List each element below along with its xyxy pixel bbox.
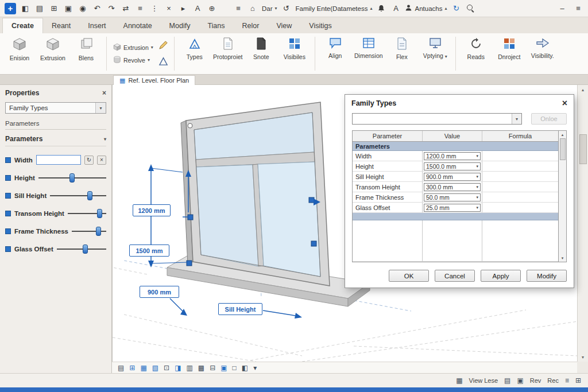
tab-create[interactable]: Create bbox=[2, 18, 43, 33]
apply-button[interactable]: Apply bbox=[481, 270, 521, 282]
width-input[interactable] bbox=[36, 155, 81, 165]
tool-extrusion[interactable]: Extrusion bbox=[37, 35, 69, 72]
tool-enision[interactable]: Enision bbox=[3, 35, 36, 72]
account-menu[interactable]: Antuachs ▴ bbox=[405, 4, 447, 13]
worksharing-icon[interactable]: ◧ bbox=[242, 364, 248, 372]
menu-icon[interactable]: ≡ bbox=[565, 377, 569, 385]
tool-align[interactable]: Align bbox=[319, 35, 351, 72]
lock-view-icon[interactable]: ▣ bbox=[220, 364, 227, 372]
redo-icon[interactable]: ↷ bbox=[106, 3, 117, 14]
sun-path-icon[interactable]: ▧ bbox=[152, 364, 158, 372]
formula-cell[interactable] bbox=[482, 151, 558, 161]
cancel-button[interactable]: Cancel bbox=[435, 270, 475, 282]
paint-icon[interactable]: ◧ bbox=[20, 3, 30, 14]
status-rec-label[interactable]: Rec bbox=[547, 377, 559, 384]
reveal-hidden-icon[interactable]: ⊟ bbox=[210, 364, 215, 372]
tool-vptying[interactable]: Vptying ▾ bbox=[419, 35, 451, 72]
crop-region-icon[interactable]: ▥ bbox=[187, 364, 193, 372]
cursor-icon[interactable]: ▸ bbox=[178, 3, 188, 14]
dim-label-900[interactable]: 900 mm bbox=[140, 286, 179, 298]
formula-cell[interactable] bbox=[482, 203, 558, 212]
tool-revolve-small[interactable]: Revolve ▾ bbox=[113, 56, 153, 65]
app-logo-icon[interactable]: + bbox=[5, 3, 16, 14]
bell-icon[interactable] bbox=[376, 3, 386, 14]
tool-blens[interactable]: Blens bbox=[70, 35, 102, 72]
glass-offset-value-combo[interactable]: 25.0 mm▾ bbox=[424, 204, 481, 212]
tab-insert[interactable]: Insert bbox=[79, 18, 114, 33]
glass-offset-slider[interactable] bbox=[57, 244, 106, 254]
minimize-icon[interactable]: – bbox=[557, 3, 567, 14]
tool-visibility[interactable]: Visibility. bbox=[527, 35, 559, 72]
type-name-combo[interactable]: ▾ bbox=[352, 113, 522, 125]
slider-knob[interactable] bbox=[96, 227, 101, 236]
undo-icon[interactable]: ↶ bbox=[92, 3, 102, 14]
copy-icon[interactable]: ▣ bbox=[63, 3, 74, 14]
slider-knob[interactable] bbox=[69, 173, 75, 183]
sync-icon[interactable]: ↻ bbox=[451, 3, 461, 14]
ok-button[interactable]: OK bbox=[389, 270, 429, 282]
parameters-group-row[interactable]: Parameters bbox=[353, 142, 558, 151]
dim-label-1200[interactable]: 1200 mm bbox=[133, 204, 171, 216]
canvas-vertical-scrollbar[interactable]: ▴ ▾ bbox=[577, 85, 588, 362]
transom-height-slider[interactable] bbox=[68, 209, 106, 218]
tab-relor[interactable]: Relor bbox=[234, 18, 268, 33]
slider-knob[interactable] bbox=[97, 209, 102, 218]
scrollbar-thumb[interactable] bbox=[560, 138, 566, 160]
letter-a-icon[interactable]: A bbox=[390, 3, 401, 14]
search-icon[interactable] bbox=[465, 3, 475, 14]
view-tab-ref-level-floor-plan[interactable]: ▦ Ref. Level. Floor Plan bbox=[113, 75, 195, 85]
sheet-icon[interactable]: ▤ bbox=[504, 377, 510, 385]
crop-view-icon[interactable]: ◨ bbox=[175, 364, 181, 372]
pencil-icon[interactable] bbox=[158, 40, 168, 52]
scale-icon[interactable]: ▤ bbox=[118, 364, 124, 372]
close-panel-icon[interactable]: × bbox=[102, 89, 106, 97]
print-icon[interactable]: ⊞ bbox=[49, 3, 59, 14]
formula-cell[interactable] bbox=[482, 192, 558, 202]
tool-snote[interactable]: Snote bbox=[245, 35, 277, 72]
more-options-icon[interactable]: ▾ bbox=[253, 364, 257, 372]
refresh-icon[interactable]: ↺ bbox=[281, 3, 292, 14]
tool-protoproiet[interactable]: Protoproiet bbox=[212, 35, 244, 72]
view-list-icon[interactable]: ▦ bbox=[456, 377, 462, 385]
circle-plus-icon[interactable]: ⊕ bbox=[207, 3, 217, 14]
scroll-up-icon[interactable]: ▴ bbox=[562, 131, 564, 138]
frame-thickness-value-combo[interactable]: 50.0 mm▾ bbox=[424, 193, 481, 201]
grid-toggle-icon[interactable]: ⊞ bbox=[575, 377, 581, 385]
scrollbar-thumb[interactable] bbox=[579, 134, 587, 164]
tab-visitigs[interactable]: Visitigs bbox=[300, 18, 340, 33]
new-document-icon[interactable]: ▤ bbox=[34, 3, 45, 14]
corner-marker[interactable] bbox=[188, 123, 192, 128]
home-icon[interactable]: ⌂ bbox=[247, 3, 258, 14]
dialog-close-icon[interactable]: × bbox=[562, 99, 567, 108]
modify-button[interactable]: Modify bbox=[527, 270, 567, 282]
formula-cell[interactable] bbox=[482, 182, 558, 192]
width-value-combo[interactable]: 1200.0 mm▾ bbox=[424, 152, 481, 160]
tool-types[interactable]: Types bbox=[179, 35, 211, 72]
formula-cell[interactable] bbox=[482, 161, 558, 171]
clear-param-icon[interactable]: × bbox=[97, 156, 106, 165]
menu-icon[interactable]: ≡ bbox=[573, 3, 583, 14]
height-slider[interactable] bbox=[38, 173, 106, 183]
detail-level-icon[interactable]: ⊞ bbox=[129, 364, 135, 372]
height-value-combo[interactable]: 1500.0 mm▾ bbox=[424, 162, 481, 170]
scroll-down-icon[interactable]: ▾ bbox=[562, 254, 564, 262]
tool-reads[interactable]: Reads bbox=[460, 35, 492, 72]
sill-height-slider[interactable] bbox=[50, 191, 106, 200]
constraints-icon[interactable]: □ bbox=[233, 364, 237, 372]
hide-isolate-icon[interactable]: ▩ bbox=[198, 364, 204, 372]
text-tool-icon[interactable]: A bbox=[192, 3, 203, 14]
tab-modify[interactable]: Modify bbox=[161, 18, 199, 33]
pin-icon[interactable]: ◉ bbox=[78, 3, 88, 14]
tool-dimension[interactable]: Dimension bbox=[353, 35, 385, 72]
tool-dnroject[interactable]: Dnroject bbox=[493, 35, 525, 72]
window-frame[interactable] bbox=[181, 102, 330, 286]
swap-icon[interactable]: ⇄ bbox=[121, 3, 131, 14]
status-view-label[interactable]: View Lese bbox=[469, 377, 498, 384]
tab-reant[interactable]: Reant bbox=[43, 18, 79, 33]
family-dropdown[interactable]: Family Ente(Datametess ▴ bbox=[296, 5, 373, 12]
tab-view[interactable]: View bbox=[268, 18, 300, 33]
list-icon[interactable]: ≡ bbox=[135, 3, 145, 14]
family-type-selector[interactable]: Family Types ▾ bbox=[5, 102, 106, 114]
tab-annotate[interactable]: Annotate bbox=[115, 18, 161, 33]
formula-cell[interactable] bbox=[482, 172, 558, 181]
